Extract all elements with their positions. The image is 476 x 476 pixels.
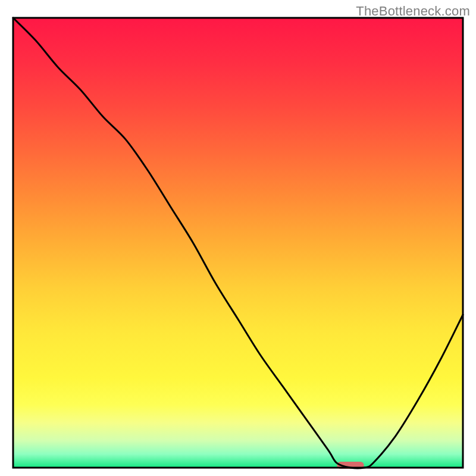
bottleneck-chart	[0, 0, 476, 476]
chart-background	[13, 18, 463, 468]
watermark-text: TheBottleneck.com	[356, 4, 470, 19]
chart-container: TheBottleneck.com	[0, 0, 476, 476]
